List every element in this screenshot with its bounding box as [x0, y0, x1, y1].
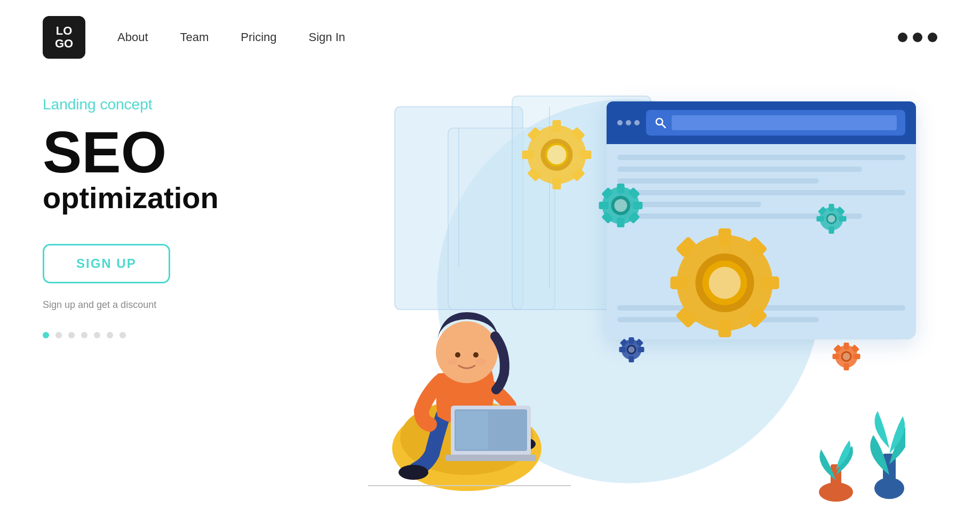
search-icon — [655, 117, 666, 129]
signup-button[interactable]: SIGN UP — [43, 244, 170, 283]
svg-point-71 — [399, 465, 428, 480]
svg-point-76 — [447, 359, 458, 365]
hero-subtitle: optimization — [43, 181, 320, 215]
svg-point-75 — [473, 352, 479, 358]
discount-text: Sign up and get a discount — [43, 299, 320, 311]
nav-pricing[interactable]: Pricing — [241, 30, 276, 44]
svg-line-6 — [662, 124, 665, 128]
page-dot-7[interactable] — [119, 332, 126, 338]
browser-dot-2 — [626, 120, 631, 125]
browser-dot-1 — [617, 120, 623, 125]
svg-point-77 — [476, 359, 487, 365]
page-dot-2[interactable] — [55, 332, 62, 338]
browser-line-2 — [617, 167, 862, 172]
hero-left: Landing concept SEO optimization SIGN UP… — [43, 75, 320, 523]
dot-2 — [913, 33, 922, 42]
svg-rect-80 — [456, 411, 488, 449]
svg-rect-53 — [844, 343, 849, 350]
browser-header — [607, 101, 916, 144]
browser-body — [607, 144, 916, 339]
hero-illustration — [320, 75, 937, 523]
browser-line-8 — [617, 317, 819, 322]
person-illustration — [368, 229, 571, 507]
page-dot-4[interactable] — [81, 332, 87, 338]
browser-search-bar[interactable] — [646, 110, 905, 136]
header-more-dots[interactable] — [898, 33, 937, 42]
svg-rect-81 — [445, 455, 536, 461]
browser-card — [607, 101, 916, 339]
browser-line-5 — [617, 202, 761, 207]
hero-title: SEO — [43, 123, 320, 181]
svg-point-74 — [455, 352, 460, 358]
nav-signin[interactable]: Sign In — [309, 30, 346, 44]
svg-rect-57 — [833, 344, 842, 353]
dot-3 — [928, 33, 937, 42]
main-content: Landing concept SEO optimization SIGN UP… — [0, 75, 980, 523]
browser-line-4 — [617, 190, 905, 195]
page-dot-6[interactable] — [107, 332, 113, 338]
browser-dot-3 — [634, 120, 640, 125]
browser-window-dots — [617, 120, 640, 125]
page-dot-3[interactable] — [68, 332, 75, 338]
logo[interactable]: LO GO — [43, 16, 85, 59]
logo-text: LO GO — [55, 25, 73, 50]
svg-point-73 — [436, 321, 498, 383]
hero-label: Landing concept — [43, 96, 320, 113]
browser-line-3 — [617, 178, 819, 184]
svg-rect-58 — [851, 344, 859, 353]
dot-1 — [898, 33, 907, 42]
browser-spacer — [617, 225, 905, 305]
pagination — [43, 332, 320, 338]
header: LO GO About Team Pricing Sign In — [0, 0, 980, 75]
browser-line-7 — [617, 305, 905, 311]
page-dot-1[interactable] — [43, 332, 49, 338]
plants-illustration — [799, 358, 905, 507]
page-dot-5[interactable] — [94, 332, 100, 338]
main-nav: About Team Pricing Sign In — [117, 30, 345, 44]
nav-team[interactable]: Team — [180, 30, 209, 44]
search-input-mock — [672, 115, 897, 130]
browser-line-6 — [617, 213, 862, 219]
browser-line-1 — [617, 155, 905, 160]
nav-about[interactable]: About — [117, 30, 148, 44]
